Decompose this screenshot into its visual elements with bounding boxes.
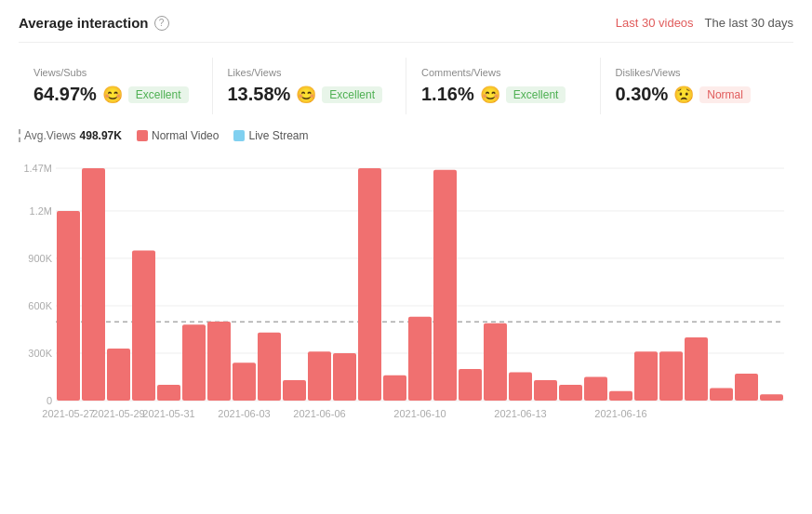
page-title: Average interaction <box>19 15 149 31</box>
metric-card-2: Comments/Views1.16%😊Excellent <box>406 58 601 114</box>
svg-rect-41 <box>760 394 783 401</box>
svg-rect-21 <box>258 333 281 401</box>
metric-value-2: 1.16% <box>421 84 474 105</box>
smiley-icon-2: 😊 <box>480 85 500 105</box>
chart-legend: Avg.Views 498.97K Normal Video Live Stre… <box>19 129 793 142</box>
svg-rect-28 <box>433 170 457 401</box>
badge-3: Normal <box>699 86 751 103</box>
svg-rect-33 <box>559 385 582 401</box>
metric-value-row-3: 0.30%😟Normal <box>616 84 779 105</box>
help-icon[interactable]: ? <box>154 16 169 31</box>
metric-value-1: 13.58% <box>228 84 291 105</box>
svg-rect-16 <box>132 250 155 401</box>
svg-text:0: 0 <box>47 395 52 406</box>
svg-rect-35 <box>609 391 632 401</box>
svg-rect-40 <box>735 374 758 401</box>
avg-value: 498.97K <box>80 129 122 142</box>
svg-rect-26 <box>383 376 406 401</box>
svg-rect-14 <box>82 168 105 401</box>
legend-normal-video: Normal Video <box>137 129 219 142</box>
metric-card-3: Dislikes/Views0.30%😟Normal <box>601 58 794 114</box>
smiley-icon-0: 😊 <box>102 85 123 105</box>
metric-label-3: Dislikes/Views <box>616 67 779 78</box>
legend-avg: Avg.Views 498.97K <box>19 129 122 142</box>
svg-text:2021-06-10: 2021-06-10 <box>393 408 446 419</box>
badge-0: Excellent <box>128 86 189 103</box>
svg-rect-15 <box>107 349 130 401</box>
svg-rect-39 <box>710 388 733 401</box>
page-header: Average interaction ? Last 30 videos The… <box>19 15 793 43</box>
smiley-icon-3: 😟 <box>673 85 694 105</box>
svg-rect-29 <box>459 369 482 401</box>
header-right: Last 30 videos The last 30 days <box>616 16 793 30</box>
metric-label-2: Comments/Views <box>421 67 585 78</box>
svg-text:1.47M: 1.47M <box>23 163 52 174</box>
svg-rect-36 <box>634 351 658 401</box>
svg-text:600K: 600K <box>28 300 52 311</box>
badge-1: Excellent <box>322 86 382 103</box>
chart-area: 1.47M1.2M900K600K300K02021-05-272021-05-… <box>19 150 793 438</box>
normal-video-color-icon <box>137 130 148 141</box>
bar-chart: 1.47M1.2M900K600K300K02021-05-272021-05-… <box>19 150 793 438</box>
header-left: Average interaction ? <box>19 15 169 31</box>
svg-rect-31 <box>509 372 532 401</box>
legend-live-stream: Live Stream <box>233 129 308 142</box>
metric-card-0: Views/Subs64.97%😊Excellent <box>19 58 213 114</box>
svg-text:2021-05-27: 2021-05-27 <box>42 408 94 419</box>
badge-2: Excellent <box>506 86 566 103</box>
svg-text:2021-06-06: 2021-06-06 <box>293 408 345 419</box>
svg-rect-32 <box>534 380 557 401</box>
live-stream-color-icon <box>233 130 245 141</box>
svg-rect-22 <box>283 380 306 401</box>
metric-label-1: Likes/Views <box>228 67 392 78</box>
svg-rect-30 <box>484 323 507 401</box>
metric-value-3: 0.30% <box>616 84 669 105</box>
metric-value-row-1: 13.58%😊Excellent <box>228 84 392 105</box>
svg-rect-27 <box>408 317 432 401</box>
svg-rect-13 <box>57 211 80 401</box>
svg-text:2021-05-31: 2021-05-31 <box>142 408 194 419</box>
tab-last-30-days[interactable]: The last 30 days <box>705 16 793 30</box>
tab-last-30-videos[interactable]: Last 30 videos <box>616 16 694 30</box>
metric-value-0: 64.97% <box>33 84 97 105</box>
svg-text:2021-06-03: 2021-06-03 <box>218 408 270 419</box>
svg-rect-38 <box>685 337 708 401</box>
svg-text:1.2M: 1.2M <box>30 205 52 217</box>
svg-rect-20 <box>233 362 256 401</box>
svg-text:2021-06-16: 2021-06-16 <box>594 408 646 419</box>
svg-rect-34 <box>584 376 607 401</box>
legend-normal-label: Normal Video <box>152 129 219 142</box>
smiley-icon-1: 😊 <box>296 85 316 105</box>
svg-rect-23 <box>308 351 331 401</box>
svg-text:2021-06-13: 2021-06-13 <box>494 408 546 419</box>
metric-label-0: Views/Subs <box>33 67 197 78</box>
metric-card-1: Likes/Views13.58%😊Excellent <box>213 58 407 114</box>
metric-value-row-2: 1.16%😊Excellent <box>421 84 585 105</box>
avg-label: Avg.Views <box>24 129 76 142</box>
svg-text:2021-05-29: 2021-05-29 <box>92 408 144 419</box>
metric-value-row-0: 64.97%😊Excellent <box>33 84 197 105</box>
legend-live-label: Live Stream <box>248 129 308 142</box>
svg-rect-37 <box>659 351 683 401</box>
svg-rect-25 <box>358 168 381 401</box>
metrics-row: Views/Subs64.97%😊ExcellentLikes/Views13.… <box>19 58 793 114</box>
svg-rect-24 <box>333 353 356 401</box>
svg-rect-18 <box>182 324 206 401</box>
svg-rect-17 <box>157 385 180 401</box>
svg-text:300K: 300K <box>28 348 52 359</box>
svg-rect-19 <box>207 322 231 401</box>
svg-text:900K: 900K <box>28 253 52 264</box>
avg-line-icon <box>19 129 20 142</box>
